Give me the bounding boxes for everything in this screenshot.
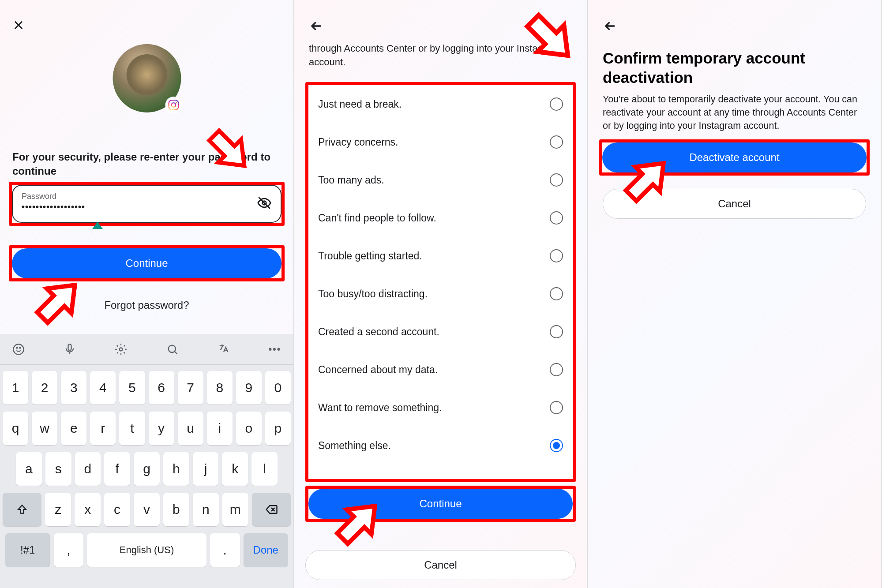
emoji-icon[interactable]	[6, 337, 31, 362]
reason-option[interactable]: Something else.	[308, 427, 573, 464]
comma-key[interactable]: ,	[54, 533, 84, 567]
forgot-password-link[interactable]: Forgot password?	[0, 299, 293, 311]
key-n[interactable]: n	[193, 493, 219, 526]
reason-option[interactable]: Concerned about my data.	[308, 351, 573, 389]
key-2[interactable]: 2	[32, 371, 57, 404]
password-input[interactable]: Password ••••••••••••••••••	[12, 185, 281, 223]
radio-icon[interactable]	[550, 249, 563, 262]
done-key[interactable]: Done	[244, 533, 289, 567]
radio-icon[interactable]	[550, 287, 563, 300]
settings-icon[interactable]	[109, 337, 133, 362]
reason-option[interactable]: Trouble getting started.	[308, 237, 573, 275]
key-j[interactable]: j	[193, 452, 219, 486]
avatar	[113, 44, 181, 112]
reason-option[interactable]: Want to remove something.	[308, 389, 573, 427]
key-9[interactable]: 9	[236, 371, 262, 404]
reason-option[interactable]: Too many ads.	[308, 161, 573, 199]
key-i[interactable]: i	[207, 412, 233, 445]
key-f[interactable]: f	[104, 452, 130, 486]
security-prompt: For your security, please re-enter your …	[12, 150, 281, 179]
password-highlight: Password ••••••••••••••••••	[9, 182, 285, 226]
spacebar-key[interactable]: English (US)	[87, 533, 206, 567]
shift-key[interactable]	[3, 493, 41, 526]
continue-button[interactable]: Continue	[308, 489, 573, 519]
svg-rect-0	[169, 100, 178, 110]
period-key[interactable]: .	[210, 533, 240, 567]
key-5[interactable]: 5	[119, 371, 145, 404]
key-3[interactable]: 3	[61, 371, 86, 404]
key-r[interactable]: r	[90, 412, 116, 445]
key-c[interactable]: c	[104, 493, 130, 526]
key-7[interactable]: 7	[178, 371, 203, 404]
radio-icon[interactable]	[550, 173, 563, 187]
mic-icon[interactable]	[57, 337, 82, 362]
deactivate-button[interactable]: Deactivate account	[602, 142, 867, 172]
reason-label: Too many ads.	[318, 174, 384, 186]
key-l[interactable]: l	[251, 452, 278, 486]
key-8[interactable]: 8	[207, 371, 233, 404]
radio-icon[interactable]	[550, 401, 563, 414]
screen-confirm: Confirm temporary account deactivation Y…	[588, 0, 882, 588]
back-icon[interactable]	[309, 19, 324, 35]
search-icon[interactable]	[160, 337, 185, 362]
radio-icon[interactable]	[550, 135, 563, 149]
key-w[interactable]: w	[32, 412, 57, 445]
key-p[interactable]: p	[265, 412, 291, 445]
key-4[interactable]: 4	[90, 371, 116, 404]
key-6[interactable]: 6	[149, 371, 174, 404]
page-title: Confirm temporary account deactivation	[603, 49, 866, 87]
reason-label: Trouble getting started.	[318, 250, 422, 262]
key-0[interactable]: 0	[265, 371, 291, 404]
reason-option[interactable]: Just need a break.	[308, 85, 573, 123]
key-a[interactable]: a	[16, 452, 42, 486]
continue-button[interactable]: Continue	[12, 248, 281, 278]
key-m[interactable]: m	[222, 493, 248, 526]
key-u[interactable]: u	[178, 412, 203, 445]
reasons-highlight: Just need a break.Privacy concerns.Too m…	[305, 82, 576, 482]
screen-reasons: through Accounts Center or by logging in…	[294, 0, 588, 588]
key-q[interactable]: q	[3, 412, 28, 445]
key-x[interactable]: x	[75, 493, 101, 526]
radio-icon[interactable]	[550, 325, 563, 338]
cancel-button[interactable]: Cancel	[603, 189, 866, 219]
key-e[interactable]: e	[61, 412, 86, 445]
close-icon[interactable]	[12, 19, 25, 35]
svg-point-7	[19, 347, 20, 348]
radio-icon[interactable]	[550, 211, 563, 225]
reason-option[interactable]: Can't find people to follow.	[308, 199, 573, 237]
radio-icon[interactable]	[550, 363, 563, 376]
cancel-wrap: Cancel	[603, 189, 866, 219]
backspace-key[interactable]	[252, 493, 291, 526]
key-h[interactable]: h	[163, 452, 189, 486]
key-d[interactable]: d	[75, 452, 101, 486]
key-z[interactable]: z	[45, 493, 71, 526]
reason-option[interactable]: Created a second account.	[308, 313, 573, 351]
symbols-key[interactable]: !#1	[5, 533, 50, 567]
key-b[interactable]: b	[163, 493, 189, 526]
key-y[interactable]: y	[149, 412, 174, 445]
reason-label: Created a second account.	[318, 326, 439, 338]
reason-label: Can't find people to follow.	[318, 212, 436, 224]
cancel-button[interactable]: Cancel	[305, 550, 576, 580]
key-k[interactable]: k	[222, 452, 248, 486]
reason-option[interactable]: Too busy/too distracting.	[308, 275, 573, 313]
more-icon[interactable]: •••	[263, 337, 287, 362]
svg-line-11	[174, 351, 177, 354]
key-t[interactable]: t	[119, 412, 145, 445]
radio-icon[interactable]	[550, 97, 563, 111]
key-s[interactable]: s	[45, 452, 71, 486]
translate-icon[interactable]	[211, 337, 236, 362]
key-o[interactable]: o	[236, 412, 262, 445]
screen-password: For your security, please re-enter your …	[0, 0, 294, 588]
key-g[interactable]: g	[134, 452, 160, 486]
svg-point-6	[16, 347, 17, 348]
header-description: through Accounts Center or by logging in…	[309, 42, 572, 69]
key-v[interactable]: v	[134, 493, 160, 526]
radio-icon[interactable]	[550, 439, 563, 452]
continue-highlight: Continue	[305, 486, 576, 522]
toggle-visibility-icon[interactable]	[257, 195, 272, 212]
reason-label: Privacy concerns.	[318, 136, 398, 148]
key-1[interactable]: 1	[3, 371, 28, 404]
reason-option[interactable]: Privacy concerns.	[308, 123, 573, 161]
back-icon[interactable]	[603, 19, 618, 35]
